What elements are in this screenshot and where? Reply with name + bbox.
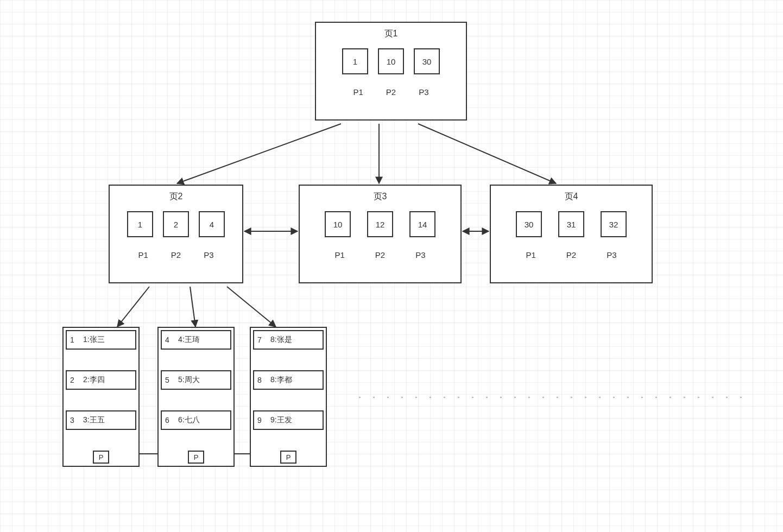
page-3: 页3 10 12 14 P1 P2 P3 [299, 185, 462, 283]
page-3-key-1: 12 [367, 211, 393, 237]
edge-p2-l3 [227, 287, 276, 327]
page-4-ptr-0: P1 [526, 250, 535, 259]
page-4-ptr-2: P3 [607, 250, 616, 259]
page-1-key-0: 1 [342, 48, 368, 74]
page-1-ptr-1: P2 [386, 87, 396, 97]
ellipsis-dots: 。。。。。。。。。。。。。。。。。。。。。。。。。。。。 [358, 391, 754, 400]
leaf-1-p: P [93, 451, 109, 464]
page-2-ptr-1: P2 [171, 250, 181, 259]
page-4-key-0: 30 [516, 211, 542, 237]
leaf-3-row-1: 88:李都 [253, 370, 324, 390]
leaf-3: 78:张是 88:李都 99:王发 P [250, 327, 327, 467]
page-3-ptr-2: P3 [415, 250, 425, 259]
page-2-key-0: 1 [127, 211, 153, 237]
leaf-1: 11:张三 22:李四 33:王五 P [62, 327, 140, 467]
page-4-key-2: 32 [601, 211, 627, 237]
page-4: 页4 30 31 32 P1 P2 P3 [490, 185, 653, 283]
leaf-3-p: P [280, 451, 296, 464]
page-2-key-1: 2 [163, 211, 189, 237]
page-3-ptr-0: P1 [334, 250, 344, 259]
page-1-title: 页1 [316, 28, 466, 40]
page-1-ptr-2: P3 [419, 87, 428, 97]
page-4-keys: 30 31 32 [491, 211, 652, 237]
page-4-title: 页4 [491, 191, 652, 202]
page-2-key-2: 4 [199, 211, 225, 237]
page-3-title: 页3 [300, 191, 460, 202]
leaf-3-row-2: 99:王发 [253, 410, 324, 430]
leaf-2-row-1: 55:周大 [161, 370, 231, 390]
leaf-1-row-0: 11:张三 [66, 330, 136, 350]
leaf-2-row-2: 66:七八 [161, 410, 231, 430]
page-1-pointers: P1 P2 P3 [316, 87, 466, 97]
leaf-2: 44:王琦 55:周大 66:七八 P [157, 327, 235, 467]
page-1-key-1: 10 [378, 48, 404, 74]
page-1: 页1 1 10 30 P1 P2 P3 [315, 22, 467, 121]
leaf-2-p: P [188, 451, 204, 464]
page-1-keys: 1 10 30 [316, 48, 466, 74]
page-3-ptr-1: P2 [375, 250, 385, 259]
page-2-pointers: P1 P2 P3 [110, 250, 242, 259]
leaf-3-row-0: 78:张是 [253, 330, 324, 350]
leaf-2-row-0: 44:王琦 [161, 330, 231, 350]
page-4-pointers: P1 P2 P3 [491, 250, 652, 259]
page-2-keys: 1 2 4 [110, 211, 242, 237]
page-2-ptr-2: P3 [204, 250, 213, 259]
page-2-ptr-0: P1 [138, 250, 148, 259]
leaf-1-row-1: 22:李四 [66, 370, 136, 390]
page-1-ptr-0: P1 [353, 87, 363, 97]
page-4-ptr-1: P2 [566, 250, 576, 259]
page-1-key-2: 30 [414, 48, 440, 74]
page-2: 页2 1 2 4 P1 P2 P3 [109, 185, 243, 283]
page-4-key-1: 31 [558, 211, 584, 237]
edge-p2-l1 [117, 287, 149, 327]
page-2-title: 页2 [110, 191, 242, 202]
page-3-key-2: 14 [409, 211, 435, 237]
page-3-pointers: P1 P2 P3 [300, 250, 460, 259]
page-3-key-0: 10 [325, 211, 351, 237]
page-3-keys: 10 12 14 [300, 211, 460, 237]
edge-p1-p4 [418, 124, 556, 183]
edge-p1-p2 [177, 124, 341, 183]
leaf-1-row-2: 33:王五 [66, 410, 136, 430]
edge-p2-l2 [190, 287, 195, 327]
